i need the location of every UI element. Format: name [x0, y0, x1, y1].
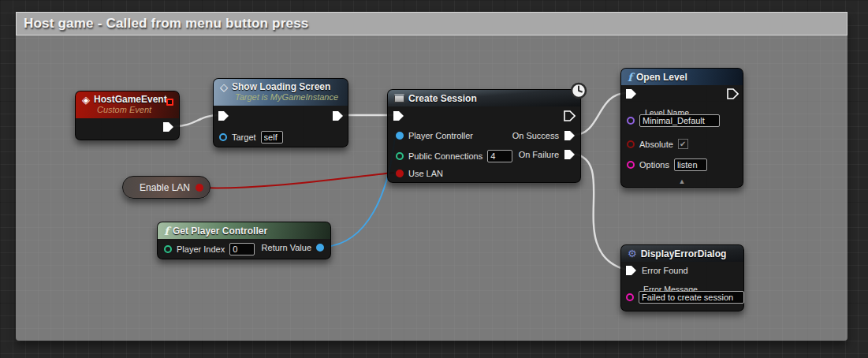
public-connections-input[interactable] [487, 150, 512, 162]
absolute-checkbox[interactable]: ✔ [678, 139, 688, 149]
player-index-pin[interactable] [164, 245, 172, 253]
exec-out-pin[interactable] [162, 121, 174, 132]
function-icon: f [164, 226, 169, 236]
public-connections-label: Public Connections [408, 151, 482, 161]
node-title: Create Session [408, 93, 477, 104]
return-value-pin-row: Return Value [262, 243, 324, 252]
node-subtitle: Custom Event [97, 105, 173, 114]
node-get-player-controller[interactable]: f Get Player Controller Player Index Ret… [157, 222, 331, 259]
exec-in-pin[interactable] [218, 110, 229, 121]
absolute-pin-row: Absolute ✔ [627, 139, 688, 149]
on-success-label: On Success [512, 131, 559, 140]
error-message-input[interactable] [639, 291, 744, 304]
player-index-pin-row: Player Index [164, 243, 255, 255]
use-lan-label: Use LAN [408, 169, 443, 178]
exec-out-pin[interactable] [727, 88, 739, 99]
target-function-icon: ◇ [220, 82, 228, 92]
return-value-label: Return Value [262, 243, 311, 252]
node-title: Show Loading Screen [232, 81, 330, 92]
public-connections-pin-row: Public Connections [396, 150, 512, 162]
exec-in-pin[interactable] [393, 110, 404, 121]
on-failure-pin-row: On Failure [519, 149, 576, 160]
player-controller-pin-row: Player Controller [396, 131, 473, 140]
public-connections-pin[interactable] [396, 152, 404, 160]
on-failure-exec-pin[interactable] [564, 149, 576, 160]
node-open-level[interactable]: f Open Level Level Name Absolute ✔ Optio… [620, 68, 743, 188]
node-title: Get Player Controller [173, 226, 267, 237]
gear-icon: ⚙ [628, 248, 637, 259]
node-display-error-dialog[interactable]: ⚙ DisplayErrorDialog Error Found Error M… [620, 244, 744, 311]
target-pin[interactable] [219, 133, 227, 141]
exec-out-pin[interactable] [564, 110, 576, 121]
latent-clock-icon [569, 81, 588, 100]
blueprint-graph-canvas[interactable]: Host game - Called from menu button pres… [0, 0, 868, 358]
node-subtitle: Target is MyGameInstance [235, 92, 341, 102]
node-enable-lan-variable[interactable]: Enable LAN [122, 176, 210, 199]
options-label: Options [639, 160, 669, 170]
on-success-exec-pin[interactable] [564, 130, 576, 141]
use-lan-pin[interactable] [396, 170, 404, 177]
error-found-label: Error Found [642, 266, 688, 275]
level-name-input[interactable] [639, 114, 720, 127]
error-message-pin-row [626, 291, 744, 304]
function-icon: f [628, 73, 632, 82]
absolute-label: Absolute [639, 140, 673, 149]
on-success-pin-row: On Success [512, 130, 576, 141]
node-create-session[interactable]: Create Session Player Controller On Succ… [387, 89, 581, 183]
comment-title: Host game - Called from menu button pres… [24, 16, 308, 32]
exec-in-pin[interactable] [625, 88, 637, 99]
enable-lan-output-pin[interactable] [196, 184, 203, 192]
options-input[interactable] [674, 158, 707, 171]
node-title: Open Level [636, 72, 687, 83]
node-show-loading-screen[interactable]: ◇ Show Loading Screen Target is MyGameIn… [213, 78, 348, 147]
target-pin-row: Target [219, 131, 283, 144]
collapse-arrow-icon[interactable]: ▲ [679, 177, 686, 185]
target-pin-label: Target [232, 132, 256, 142]
error-message-pin[interactable] [626, 293, 634, 301]
return-value-pin[interactable] [316, 244, 324, 252]
on-failure-label: On Failure [519, 150, 559, 159]
target-value-input[interactable] [261, 131, 283, 144]
player-index-input[interactable] [229, 243, 255, 255]
options-pin[interactable] [627, 161, 635, 169]
error-found-pin-row: Error Found [625, 265, 688, 276]
absolute-pin[interactable] [627, 140, 635, 148]
node-title: DisplayErrorDialog [641, 248, 727, 259]
enable-lan-label: Enable LAN [140, 182, 190, 193]
use-lan-pin-row: Use LAN [396, 169, 443, 178]
error-found-exec-pin[interactable] [625, 265, 637, 276]
node-host-game-event[interactable]: ◈ HostGameEvent Custom Event [75, 91, 180, 140]
player-index-label: Player Index [177, 244, 225, 254]
create-session-icon [394, 94, 404, 103]
custom-event-icon: ◈ [82, 95, 90, 105]
player-controller-label: Player Controller [408, 131, 473, 140]
level-name-pin[interactable] [627, 117, 635, 125]
level-name-pin-row [627, 114, 720, 127]
node-title: HostGameEvent [94, 94, 167, 105]
event-enabled-indicator[interactable] [166, 99, 173, 106]
exec-out-pin[interactable] [332, 110, 344, 121]
player-controller-pin[interactable] [396, 132, 404, 140]
options-pin-row: Options [627, 158, 707, 171]
comment-title-bar[interactable]: Host game - Called from menu button pres… [16, 12, 848, 35]
